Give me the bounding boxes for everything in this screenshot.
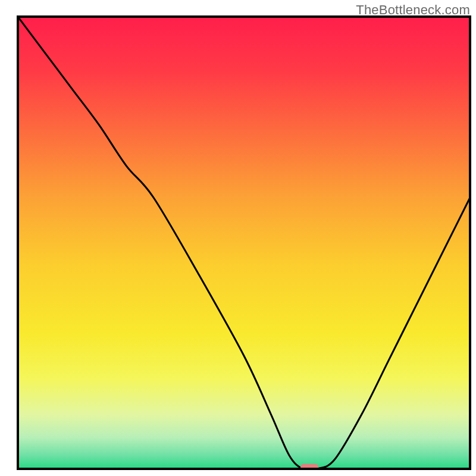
watermark-text: TheBottleneck.com <box>356 2 470 18</box>
bottleneck-chart <box>0 0 476 476</box>
chart-container: TheBottleneck.com <box>0 0 476 476</box>
gradient-background <box>18 17 470 469</box>
